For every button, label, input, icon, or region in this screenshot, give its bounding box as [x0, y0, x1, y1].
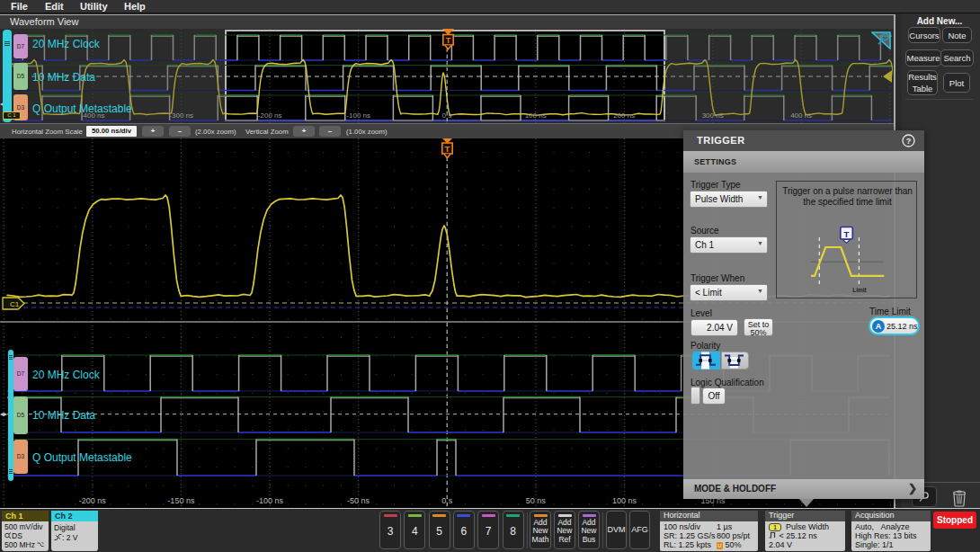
svg-text:T: T	[445, 144, 450, 154]
svg-text:Limit: Limit	[852, 287, 867, 293]
svg-text:T: T	[844, 229, 850, 239]
svg-text:?: ?	[906, 137, 912, 146]
svg-text:T: T	[446, 36, 451, 45]
svg-text:C1: C1	[10, 300, 20, 308]
